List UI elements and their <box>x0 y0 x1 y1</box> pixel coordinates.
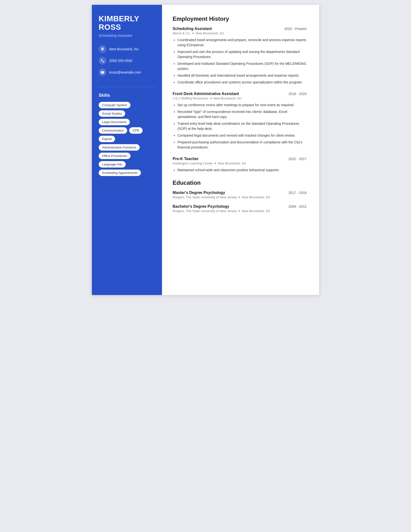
candidate-name: KIMBERLY ROSS <box>99 15 155 31</box>
sidebar: KIMBERLY ROSS Scheduling Assistant New B… <box>92 5 162 295</box>
job-dates: 2020 - Present <box>284 27 307 31</box>
job-bullets: Coordinated travel arrangements and prep… <box>173 38 307 85</box>
edu-degree: Master's Degree Psychology <box>173 190 225 195</box>
edu-meta: Rutgers, The State University of New Jer… <box>173 209 307 213</box>
contact-list: New Brunswick, NJ (550) 555-5592 kross@e… <box>99 45 155 80</box>
dot-separator <box>239 197 240 198</box>
jobs-container: Scheduling Assistant2020 - PresentMerck … <box>173 27 307 173</box>
job-meta: Huntington Learning CenterNew Brunswick,… <box>173 162 307 165</box>
edu-dates: 2017 - 2018 <box>289 191 307 195</box>
skill-tag: Communication <box>99 127 127 134</box>
job-dates: 2018 - 2020 <box>289 92 307 96</box>
edu-meta: Rutgers, The State University of New Jer… <box>173 195 307 199</box>
skill-tag: Language Arts <box>99 161 126 168</box>
job-block: Pre-K Teacher2012 - 2017Huntington Learn… <box>173 157 307 173</box>
education-heading: Education <box>173 180 307 186</box>
job-title: Front Desk Administrative Assistant <box>173 92 239 96</box>
job-title: Pre-K Teacher <box>173 157 198 161</box>
skills-heading: Skills <box>99 93 155 98</box>
list-item: Coordinate office procedures and systems… <box>177 80 307 85</box>
skill-tag: Social Studies <box>99 110 125 117</box>
main-content: Employment History Scheduling Assistant2… <box>162 5 319 295</box>
job-company: J & J Staffing Resources <box>173 96 208 100</box>
job-bullets: Set up conference rooms after meetings t… <box>173 103 307 150</box>
contact-phone: (550) 555-5592 <box>99 57 155 65</box>
edu-school: Rutgers, The State University of New Jer… <box>173 195 237 199</box>
dot-separator <box>215 163 216 164</box>
job-block: Scheduling Assistant2020 - PresentMerck … <box>173 27 307 85</box>
list-item: Compared legal documents and revised wit… <box>177 133 307 138</box>
skill-tag: Computer System <box>99 102 131 108</box>
dot-separator <box>192 33 194 34</box>
job-header: Pre-K Teacher2012 - 2017 <box>173 157 307 161</box>
edu-block: Bachelor's Degree Psychology2009 - 2012R… <box>173 204 307 213</box>
edu-school: Rutgers, The State University of New Jer… <box>173 209 237 213</box>
job-meta: Merck & Co.New Brunswick, NJ <box>173 31 307 35</box>
list-item: Prepared purchasing authorization and do… <box>177 140 307 150</box>
job-title: Scheduling Assistant <box>173 27 212 31</box>
location-icon <box>99 45 106 53</box>
skill-tag: Legal Documents <box>99 119 130 125</box>
job-location: New Brunswick, NJ <box>218 162 246 165</box>
employment-heading: Employment History <box>173 16 307 22</box>
skill-tag: Scheduling Appointments <box>99 170 141 176</box>
job-location: New Brunswick, NJ <box>196 31 224 35</box>
skills-list: Computer SystemSocial StudiesLegal Docum… <box>99 102 155 176</box>
phone-icon <box>99 57 106 65</box>
contact-email: kross@example.com <box>99 68 155 76</box>
dot-separator <box>239 210 240 212</box>
edu-location: New Brunswick, NJ <box>242 195 270 199</box>
skill-tag: CPR <box>129 127 142 134</box>
list-item: Set up conference rooms after meetings t… <box>177 103 307 108</box>
resume-container: KIMBERLY ROSS Scheduling Assistant New B… <box>92 5 319 295</box>
skill-tag: Payroll <box>99 136 115 142</box>
list-item: Developed and instituted Standard Operat… <box>177 61 307 71</box>
candidate-title: Scheduling Assistant <box>99 33 155 38</box>
education-container: Master's Degree Psychology2017 - 2018Rut… <box>173 190 307 213</box>
sidebar-divider <box>99 87 155 87</box>
list-item: Improved and own the process of updating… <box>177 49 307 59</box>
job-company: Huntington Learning Center <box>173 162 213 165</box>
list-item: Maintained school-wide and classroom pos… <box>177 168 307 173</box>
edu-header: Bachelor's Degree Psychology2009 - 2012 <box>173 204 307 209</box>
skill-tag: Administrative Functions <box>99 144 140 151</box>
edu-degree: Bachelor's Degree Psychology <box>173 204 229 209</box>
list-item: Recorded "type" of correspondence receiv… <box>177 109 307 119</box>
job-company: Merck & Co. <box>173 31 190 35</box>
job-block: Front Desk Administrative Assistant2018 … <box>173 92 307 150</box>
job-location: New Brunswick, NJ <box>214 96 242 100</box>
list-item: Trained entry level help desk coordinato… <box>177 121 307 131</box>
skill-tag: Office Procedures <box>99 152 131 159</box>
edu-block: Master's Degree Psychology2017 - 2018Rut… <box>173 190 307 199</box>
job-meta: J & J Staffing ResourcesNew Brunswick, N… <box>173 96 307 100</box>
edu-header: Master's Degree Psychology2017 - 2018 <box>173 190 307 195</box>
edu-location: New Brunswick, NJ <box>242 209 270 213</box>
email-icon <box>99 68 106 76</box>
contact-location: New Brunswick, NJ <box>99 45 155 53</box>
list-item: Handled all Domestic and International t… <box>177 73 307 78</box>
job-bullets: Maintained school-wide and classroom pos… <box>173 168 307 173</box>
job-dates: 2012 - 2017 <box>289 157 307 161</box>
dot-separator <box>210 98 212 99</box>
job-header: Scheduling Assistant2020 - Present <box>173 27 307 31</box>
list-item: Coordinated travel arrangements and prep… <box>177 38 307 48</box>
job-header: Front Desk Administrative Assistant2018 … <box>173 92 307 96</box>
edu-dates: 2009 - 2012 <box>289 205 307 209</box>
